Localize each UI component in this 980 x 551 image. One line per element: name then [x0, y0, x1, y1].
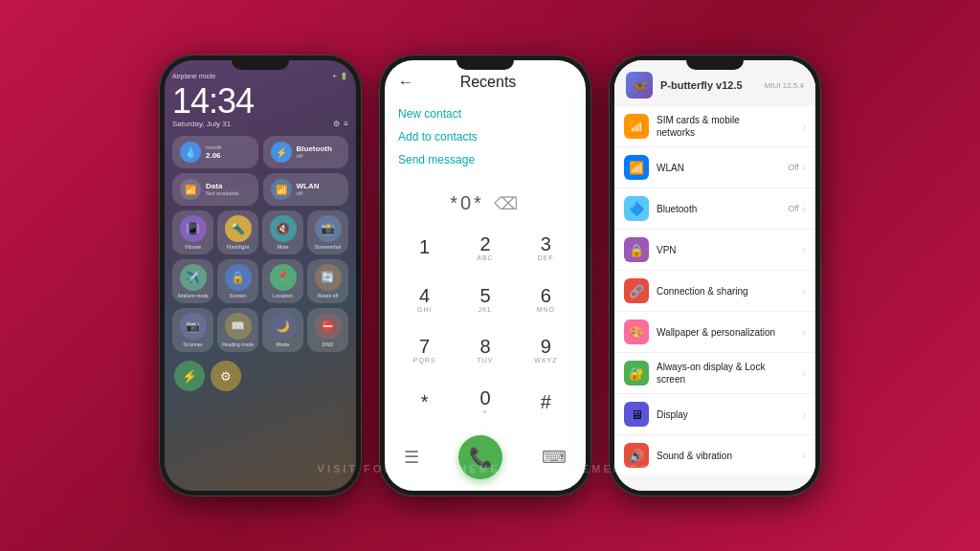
dial-key-1[interactable]: 1	[394, 222, 455, 274]
add-icon: +	[332, 72, 337, 80]
settings-item-sim[interactable]: 📶 SIM cards & mobilenetworks ›	[614, 106, 815, 147]
dial-key-3[interactable]: 3DEF	[516, 222, 576, 274]
vpn-icon: 🔒	[624, 237, 649, 262]
chevron-icon: ›	[803, 204, 806, 214]
settings-item-vpn[interactable]: 🔒 VPN ›	[614, 230, 815, 271]
dial-key-2[interactable]: 2ABC	[455, 222, 515, 274]
bottom-buttons: ⚡ ⚙	[172, 357, 348, 395]
chevron-icon: ›	[803, 121, 806, 132]
app-icon: 🦋	[626, 72, 653, 99]
mode-button[interactable]: 🌙 Mode	[262, 308, 303, 352]
airplane-button[interactable]: ✈️ Airplane mode	[172, 259, 213, 303]
signal-icon: 📶	[180, 179, 201, 200]
data-icon: 💧	[180, 142, 201, 163]
sim-icon: 📶	[624, 114, 649, 139]
dial-key-0[interactable]: 0+	[455, 376, 515, 428]
phone-control-center: Airplane mode + 🔋 14:34 Saturday, July 3…	[159, 55, 362, 496]
phone-settings: 🦋 P-butterfly v12.5 MIUI 12.5.4 📶 SIM ca…	[609, 55, 821, 496]
settings-item-wallpaper[interactable]: 🎨 Wallpaper & personalization ›	[614, 312, 815, 353]
bluetooth-icon: 🔷	[624, 196, 649, 221]
rotate-button[interactable]: 🔄 Rotate off	[307, 259, 348, 303]
bluetooth-tile[interactable]: ⚡ Bluetooth off	[263, 136, 349, 168]
data-tile[interactable]: 💧 month 2.06	[172, 136, 258, 168]
display-icon: 🖥	[624, 402, 649, 427]
add-to-contacts-link[interactable]: Add to contacts	[398, 125, 572, 148]
settings-item-connection[interactable]: 🔗 Connection & sharing ›	[614, 271, 815, 312]
menu-icon[interactable]: ≡	[344, 120, 348, 128]
notch	[232, 60, 289, 70]
settings-list: 📶 SIM cards & mobilenetworks › 📶 WLAN	[614, 106, 815, 475]
mobile-data-tile[interactable]: 📶 Data Not available	[172, 173, 258, 206]
send-message-link[interactable]: Send message	[398, 148, 572, 171]
reading-icon: 📖	[225, 313, 252, 340]
wifi-icon: 📶	[271, 179, 292, 200]
notch	[686, 60, 744, 70]
vibrate-icon: 📳	[180, 215, 207, 242]
contacts-icon[interactable]: ☰	[404, 447, 419, 468]
wlan-icon: 📶	[624, 155, 649, 180]
number-display: *0* ⌫	[385, 177, 586, 222]
dial-key-7[interactable]: 7PQRS	[394, 325, 455, 377]
chevron-icon: ›	[803, 368, 806, 379]
settings-item-display[interactable]: 🖥 Display ›	[614, 394, 815, 435]
aod-icon: 🔐	[624, 361, 649, 386]
mute-button[interactable]: 🔇 Mute	[262, 210, 303, 254]
quick-buttons-row3: 📷 Scanner 📖 Reading mode 🌙 Mode ⛔ DND	[172, 308, 348, 352]
settings-item-bluetooth[interactable]: 🔷 Bluetooth Off ›	[614, 188, 815, 230]
app-name: P-butterfly v12.5	[660, 79, 743, 91]
new-contact-link[interactable]: New contact	[398, 102, 572, 125]
rotate-icon: 🔄	[315, 264, 342, 291]
dial-key-hash[interactable]: #	[516, 376, 576, 428]
wlan-tile[interactable]: 📶 WLAN off	[263, 173, 349, 206]
dialpad-icon[interactable]: ⌨	[542, 447, 567, 468]
chevron-icon: ›	[803, 327, 806, 338]
battery-icon: 🔋	[340, 73, 348, 80]
vibrate-button[interactable]: 📳 Vibrate	[172, 210, 213, 254]
chevron-icon: ›	[803, 286, 806, 297]
screenshot-icon: 📸	[315, 215, 342, 242]
dial-key-5[interactable]: 5JKL	[455, 274, 515, 325]
dial-key-6[interactable]: 6MNO	[516, 274, 576, 325]
settings-item-aod[interactable]: 🔐 Always-on display & Lockscreen ›	[614, 353, 815, 394]
backspace-button[interactable]: ⌫	[494, 193, 521, 214]
settings-item-wlan[interactable]: 📶 WLAN Off ›	[614, 147, 815, 188]
dnd-icon: ⛔	[315, 313, 342, 340]
flashlight-button[interactable]: 🔦 Flashlight	[217, 210, 258, 254]
dialpad: 1 2ABC 3DEF 4GHI 5JKL 6MNO 7PQRS 8TUV 9W…	[385, 222, 586, 428]
flashlight-icon: 🔦	[225, 215, 252, 242]
time-display: 14:34	[172, 84, 348, 119]
phone-dialer: ← Recents New contact Add to contacts Se…	[379, 55, 591, 496]
call-button[interactable]: 📞	[458, 435, 502, 479]
bluetooth-icon: ⚡	[271, 142, 292, 163]
airplane-icon: ✈️	[180, 264, 207, 291]
chevron-icon: ›	[803, 163, 806, 173]
settings-item-sound[interactable]: 🔊 Sound & vibration ›	[614, 435, 815, 475]
dial-key-star[interactable]: *	[394, 376, 455, 428]
location-button[interactable]: 📍 Location	[262, 259, 303, 303]
reading-mode-button[interactable]: 📖 Reading mode	[217, 308, 258, 352]
mute-icon: 🔇	[270, 215, 297, 242]
screenshot-button[interactable]: 📸 Screenshot	[307, 210, 348, 254]
quick-tiles: 💧 month 2.06 ⚡ Bluetooth off 📶	[172, 136, 348, 206]
status-bar: Airplane mode + 🔋	[172, 72, 348, 80]
wallpaper-icon: 🎨	[624, 320, 649, 344]
screen-button[interactable]: 🔒 Screen	[217, 259, 258, 303]
location-icon: 📍	[270, 264, 297, 291]
dial-key-9[interactable]: 9WXYZ	[516, 325, 576, 377]
quick-buttons-row2: ✈️ Airplane mode 🔒 Screen 📍 Location 🔄 R…	[172, 259, 348, 303]
dial-key-4[interactable]: 4GHI	[394, 274, 455, 325]
settings-round-button[interactable]: ⚙	[211, 361, 241, 391]
dnd-button[interactable]: ⛔ DND	[307, 308, 348, 352]
power-button[interactable]: ⚡	[174, 361, 205, 391]
scanner-button[interactable]: 📷 Scanner	[172, 308, 213, 352]
date-display: Saturday, July 31 ⚙ ≡	[172, 120, 348, 128]
back-button[interactable]: ←	[398, 74, 413, 91]
airplane-mode-label: Airplane mode	[172, 73, 215, 79]
sound-icon: 🔊	[624, 443, 649, 468]
control-center-screen: Airplane mode + 🔋 14:34 Saturday, July 3…	[165, 60, 356, 491]
screen-title: Recents	[460, 74, 536, 91]
chevron-icon: ›	[803, 245, 806, 255]
settings-icon[interactable]: ⚙	[333, 120, 340, 128]
connection-icon: 🔗	[624, 278, 649, 303]
dial-key-8[interactable]: 8TUV	[455, 325, 515, 377]
